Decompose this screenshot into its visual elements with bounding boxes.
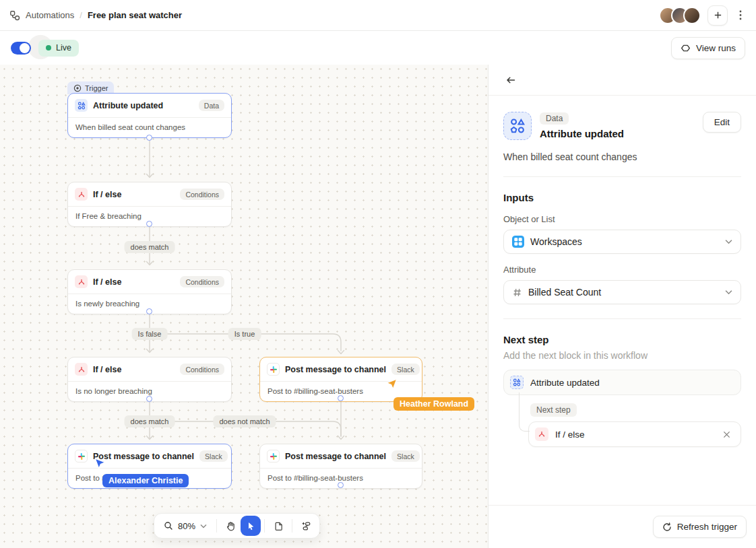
close-icon [723,431,730,438]
attribute-updated-icon [75,99,88,112]
automations-icon [9,10,20,21]
pan-tool-button[interactable] [220,516,241,536]
panel-top-bar [489,65,756,96]
canvas-toolbar: 80% [154,513,320,539]
connector-port[interactable] [338,395,344,401]
connector-port[interactable] [146,308,152,314]
if-else-icon [535,427,548,441]
connector-port[interactable] [146,396,152,402]
block-title: Attribute updated [540,128,624,139]
top-header: Automations / Free plan seat watcher [0,0,756,31]
remove-next-step-button[interactable] [720,428,732,440]
auto-layout-icon [301,521,311,531]
next-step-tree: Next step If / else [503,395,741,447]
attribute-select[interactable]: Billed Seat Count [503,280,741,304]
next-step-child-block[interactable]: If / else [528,421,741,447]
node-type-badge: Data [199,100,224,111]
slack-icon [267,363,280,376]
refresh-trigger-button[interactable]: Refresh trigger [653,516,747,538]
slack-icon [75,450,88,463]
back-button[interactable] [503,72,519,88]
attribute-updated-icon [503,112,532,140]
zoom-level: 80% [178,521,195,531]
node-header: Post message to channel Slack [260,357,422,382]
node-title: If / else [93,190,121,199]
panel-footer: Refresh trigger [489,505,756,548]
live-toggle[interactable] [11,42,31,55]
node-type-badge: Conditions [180,276,224,287]
toolbar-divider [264,519,265,533]
chevron-down-icon [725,239,732,244]
block-header: Data Attribute updated Edit [503,112,741,140]
trigger-tab-label: Trigger [85,84,108,92]
node-title: Attribute updated [93,101,163,110]
node-header: Attribute updated Data [68,94,231,118]
node-title: Post message to channel [93,452,194,461]
divider [503,318,741,319]
divider [503,176,741,177]
if-else-icon [75,363,88,376]
magnifier-icon [164,521,173,530]
child-block-label: If / else [555,430,585,440]
if-else-icon [75,188,88,201]
add-member-button[interactable] [707,5,728,26]
node-type-badge: Conditions [180,364,224,375]
view-runs-button[interactable]: View runs [671,37,745,59]
auto-layout-button[interactable] [296,516,316,536]
alexander-cursor-icon [94,458,108,474]
node-title: If / else [93,365,121,374]
object-or-list-value: Workspaces [530,236,582,247]
node-type-badge: Slack [391,450,420,462]
node-header: If / else Conditions [68,270,231,294]
select-tool-button[interactable] [241,516,261,536]
connector-port[interactable] [146,135,152,141]
workflow-status-bar: Live View runs [0,31,756,65]
heather-name-tag: Heather Rowland [393,397,474,411]
cursor-arrow-icon [246,521,255,530]
live-label: Live [56,43,71,53]
field-label-object-or-list: Object or List [503,214,741,224]
breadcrumb: Automations / Free plan seat watcher [9,10,182,21]
avatar[interactable] [683,7,701,24]
inputs-heading: Inputs [503,192,741,203]
object-or-list-select[interactable]: Workspaces [503,230,741,254]
attribute-updated-icon [510,376,524,389]
edge-label-is-false: Is false [132,328,168,340]
block-description: When billed seat count changes [503,151,741,162]
next-step-parent-block[interactable]: Attribute updated [503,370,741,395]
node-type-badge: Conditions [180,189,224,200]
chevron-down-icon [200,524,207,528]
workflow-canvas[interactable]: Trigger Attribute updated Data When bill… [0,65,488,548]
zoom-control[interactable]: 80% [158,516,213,536]
breadcrumb-automations[interactable]: Automations [26,10,74,20]
collaborator-avatars[interactable] [659,7,701,24]
automation-builder-app: Automations / Free plan seat watcher [0,0,756,548]
parent-block-label: Attribute updated [530,378,600,388]
field-label-attribute: Attribute [503,265,741,275]
notes-button[interactable] [268,516,288,536]
live-toggle-group: Live [11,40,79,57]
block-type-badge: Data [540,112,569,125]
connector-port[interactable] [338,482,344,488]
more-menu-button[interactable] [734,7,747,24]
node-header: Post message to channel Slack [68,444,231,469]
connector-port[interactable] [146,221,152,227]
node-if-else-1[interactable]: If / else Conditions If Free & breaching [67,182,232,227]
node-title: If / else [93,277,121,287]
node-if-else-3[interactable]: If / else Conditions Is no longer breach… [67,357,232,402]
detail-panel: Data Attribute updated Edit When billed … [488,65,756,548]
breadcrumb-page-title: Free plan seat watcher [88,10,182,20]
panel-body: Data Attribute updated Edit When billed … [489,96,756,505]
next-step-badge: Next step [530,403,577,417]
header-actions [659,5,747,26]
next-step-subtitle: Add the next block in this workflow [503,350,741,361]
workspaces-icon [512,236,524,248]
edit-button[interactable]: Edit [703,112,741,133]
node-if-else-2[interactable]: If / else Conditions Is newly breaching [67,269,232,314]
trigger-target-icon [73,84,82,92]
node-trigger-attribute-updated[interactable]: Attribute updated Data When billed seat … [67,93,232,138]
chevron-down-icon [725,289,732,295]
node-type-badge: Slack [199,450,228,462]
alexander-name-tag: Alexander Christie [102,474,189,487]
node-header: If / else Conditions [68,357,231,382]
